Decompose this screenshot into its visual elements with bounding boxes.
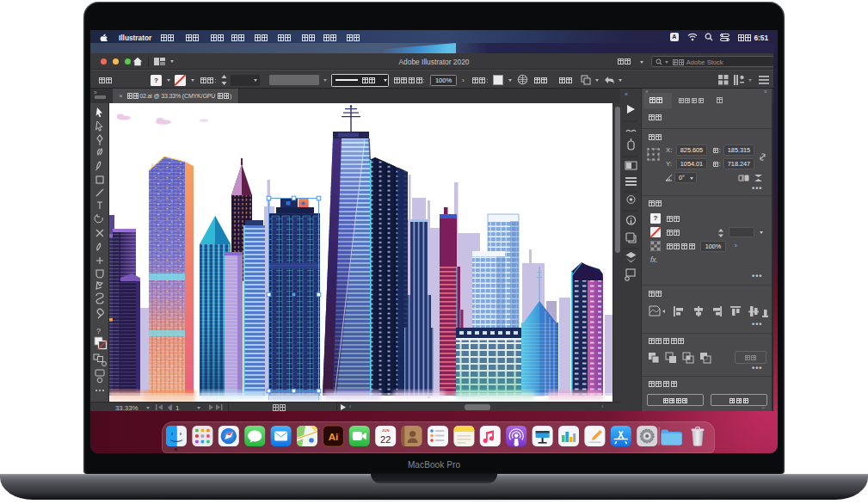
svg-text:?: ? bbox=[96, 327, 101, 335]
svg-text:Ai: Ai bbox=[329, 432, 339, 442]
svg-text:22: 22 bbox=[380, 434, 391, 445]
svg-text:«: « bbox=[625, 91, 628, 97]
svg-text:JUN: JUN bbox=[382, 428, 390, 433]
